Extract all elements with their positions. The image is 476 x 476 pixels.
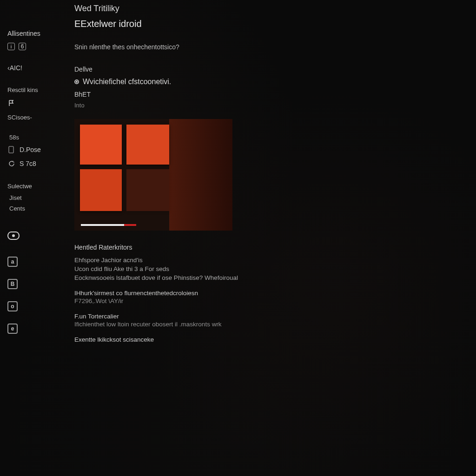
- sidebar-scoses-label: SCisoes-: [7, 114, 64, 121]
- info-header: Hentled Raterkritors: [74, 244, 467, 251]
- option-watch-row[interactable]: Wvichiefichel cfstcoonetivi.: [74, 78, 467, 86]
- sidebar-group1-label: ‹AIC!: [7, 64, 22, 72]
- tile-3[interactable]: [80, 169, 122, 211]
- square-icon-o[interactable]: o: [7, 301, 18, 311]
- info-block-2[interactable]: F.un Tortercalier Ifichienthet low ltoin…: [74, 313, 467, 328]
- info-section: Hentled Raterkritors Ehfspore Jachior ac…: [74, 244, 467, 343]
- app-root: Allisentines i 6 ‹AIC! Resctil kins SCis…: [0, 0, 476, 476]
- option-watch-label: Wvichiefichel cfstcoonetivi.: [83, 78, 171, 86]
- refresh-icon: [7, 159, 16, 168]
- tile-grid: [80, 125, 169, 211]
- option-delve[interactable]: Dellve: [74, 66, 467, 73]
- option-into[interactable]: Into: [74, 102, 467, 109]
- sidebar-badge-row[interactable]: i 6: [7, 42, 64, 51]
- window-title: Wed Tritiliky: [74, 4, 119, 13]
- info-line-3: Eocknwsooeis lstafbuet dove if ose Phins…: [74, 274, 467, 281]
- square-icon-b[interactable]: B: [7, 279, 18, 289]
- sidebar-recent-item[interactable]: [7, 98, 64, 108]
- info-block-1[interactable]: IHhurk'sirmest co flurnenctenthetedcrolo…: [74, 290, 467, 304]
- tile-preview[interactable]: [74, 119, 232, 231]
- info-block-1-sub: F7296,.Wot \AY/ir: [74, 298, 467, 304]
- sidebar-dpose-label: D.Pose: [20, 146, 41, 153]
- sidebar-dpose[interactable]: D.Pose: [7, 145, 64, 155]
- info-block-3-title: Exentte lkikcksot scisanceke: [74, 336, 467, 343]
- sidebar: Allisentines i 6 ‹AIC! Resctil kins SCis…: [0, 0, 70, 476]
- sidebar-group1[interactable]: ‹AIC!: [7, 63, 64, 73]
- info-line-1: Ehfspore Jachior acnd'is: [74, 257, 467, 264]
- info-block-2-title: F.un Tortercalier: [74, 313, 467, 320]
- square-icon-a[interactable]: a: [7, 257, 18, 267]
- info-block-3[interactable]: Exentte lkikcksot scisanceke: [74, 336, 467, 343]
- info-line-2: Ucon cdid fliu Ake thi 3 a For seds: [74, 265, 467, 272]
- tile-progress-bar[interactable]: [81, 224, 160, 226]
- svg-rect-0: [9, 146, 13, 153]
- sidebar-s8s[interactable]: 58s: [7, 134, 64, 141]
- page-heading: EExtelwer idroid: [74, 19, 467, 29]
- radio-icon: [74, 79, 79, 84]
- square-icon-e[interactable]: e: [7, 324, 18, 334]
- sidebar-top-label: Allisentines: [7, 30, 64, 37]
- sidebar-recent-label: Resctil kins: [7, 86, 64, 93]
- option-bhet[interactable]: BhET: [74, 91, 467, 98]
- tile-1[interactable]: [80, 125, 122, 165]
- sidebar-selectwe: Sulectwe: [7, 183, 64, 190]
- sidebar-s7c[interactable]: S 7c8: [7, 159, 64, 169]
- info-block-2-sub: Ifichienthet low ltoin recuter obosert i…: [74, 321, 467, 328]
- flag-icon: [7, 99, 16, 107]
- sidebar-cents[interactable]: Cents: [7, 205, 64, 212]
- sidebar-s7c-label: S 7c8: [20, 160, 36, 167]
- badge-count: 6: [19, 43, 26, 50]
- doc-icon: [7, 145, 16, 154]
- page-subline: Snin nlenthe thes onhechentottsico?: [74, 43, 467, 51]
- info-icon: i: [7, 43, 15, 50]
- tile-4[interactable]: [126, 169, 169, 211]
- main-panel: Wed Tritiliky EExtelwer idroid Snin nlen…: [70, 0, 476, 476]
- tile-2[interactable]: [126, 125, 169, 165]
- sidebar-jiset[interactable]: Jiset: [7, 194, 64, 201]
- info-block-1-title: IHhurk'sirmest co flurnenctenthetedcrolo…: [74, 290, 467, 297]
- eye-icon[interactable]: [7, 231, 20, 240]
- tile-preview-shadow: [169, 119, 232, 231]
